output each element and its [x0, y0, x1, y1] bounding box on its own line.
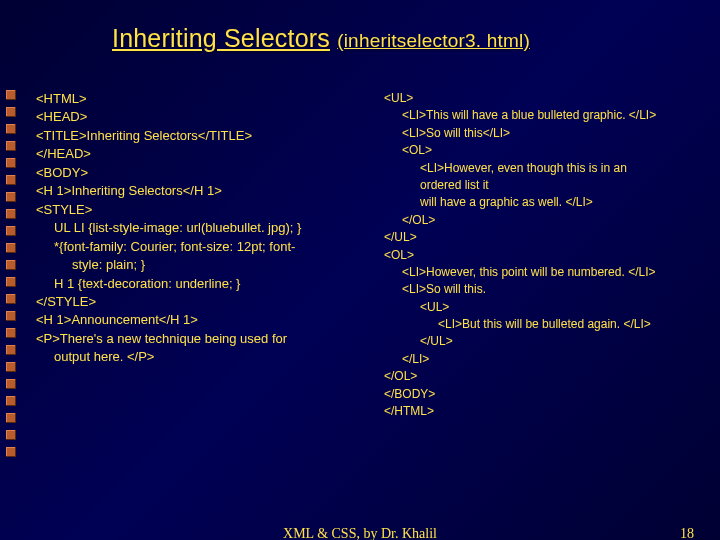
code-line: <H 1>Announcement</H 1> — [36, 311, 376, 329]
title-sub: (inheritselector3. html) — [337, 30, 530, 51]
bullet-square-icon — [6, 379, 16, 389]
code-line: <OL> — [384, 142, 702, 159]
bullet-square-icon — [6, 243, 16, 253]
code-line: <LI>This will have a blue bulleted graph… — [384, 107, 702, 124]
bullet-square-icon — [6, 311, 16, 321]
slide-content: <HTML> <HEAD> <TITLE>Inheriting Selector… — [36, 90, 702, 492]
code-line: <LI>However, this point will be numbered… — [384, 264, 702, 281]
bullet-square-icon — [6, 277, 16, 287]
code-column-left: <HTML> <HEAD> <TITLE>Inheriting Selector… — [36, 90, 376, 492]
code-line: <LI>However, even though this is in an — [384, 160, 702, 177]
bullet-square-icon — [6, 209, 16, 219]
bullet-square-icon — [6, 90, 16, 100]
slide-title: Inheriting Selectors (inheritselector3. … — [112, 24, 530, 53]
code-line: output here. </P> — [36, 348, 376, 366]
code-line: will have a graphic as well. </LI> — [384, 194, 702, 211]
code-line: </HEAD> — [36, 145, 376, 163]
code-column-right: <UL> <LI>This will have a blue bulleted … — [384, 90, 702, 492]
code-line: </LI> — [384, 351, 702, 368]
bullet-square-icon — [6, 447, 16, 457]
code-line: </OL> — [384, 212, 702, 229]
bullet-square-icon — [6, 413, 16, 423]
bullet-square-icon — [6, 107, 16, 117]
title-main: Inheriting Selectors — [112, 24, 330, 52]
code-line: </STYLE> — [36, 293, 376, 311]
bullet-square-icon — [6, 328, 16, 338]
decorative-bullet-column — [6, 90, 24, 457]
code-line: <OL> — [384, 247, 702, 264]
code-line: <UL> — [384, 90, 702, 107]
code-line: ordered list it — [384, 177, 702, 194]
code-line: <P>There's a new technique being used fo… — [36, 330, 376, 348]
bullet-square-icon — [6, 175, 16, 185]
code-line: </OL> — [384, 368, 702, 385]
code-line: <LI>So will this</LI> — [384, 125, 702, 142]
bullet-square-icon — [6, 362, 16, 372]
bullet-square-icon — [6, 192, 16, 202]
code-line: <HTML> — [36, 90, 376, 108]
bullet-square-icon — [6, 345, 16, 355]
bullet-square-icon — [6, 260, 16, 270]
code-line: <LI>But this will be bulleted again. </L… — [384, 316, 702, 333]
code-line: <LI>So will this. — [384, 281, 702, 298]
bullet-square-icon — [6, 226, 16, 236]
code-line: <UL> — [384, 299, 702, 316]
page-number: 18 — [680, 526, 694, 540]
bullet-square-icon — [6, 396, 16, 406]
bullet-square-icon — [6, 430, 16, 440]
code-line: <STYLE> — [36, 201, 376, 219]
bullet-square-icon — [6, 158, 16, 168]
code-line: </HTML> — [384, 403, 702, 420]
bullet-square-icon — [6, 141, 16, 151]
code-line: <BODY> — [36, 164, 376, 182]
code-line: style: plain; } — [36, 256, 376, 274]
footer-text: XML & CSS, by Dr. Khalil — [283, 526, 437, 540]
code-line: </UL> — [384, 333, 702, 350]
code-line: </BODY> — [384, 386, 702, 403]
bullet-square-icon — [6, 294, 16, 304]
code-line: <HEAD> — [36, 108, 376, 126]
code-line: <H 1>Inheriting Selectors</H 1> — [36, 182, 376, 200]
code-line: *{font-family: Courier; font-size: 12pt;… — [36, 238, 376, 256]
code-line: H 1 {text-decoration: underline; } — [36, 275, 376, 293]
code-line: </UL> — [384, 229, 702, 246]
code-line: UL LI {list-style-image: url(bluebullet.… — [36, 219, 376, 237]
bullet-square-icon — [6, 124, 16, 134]
code-line: <TITLE>Inheriting Selectors</TITLE> — [36, 127, 376, 145]
